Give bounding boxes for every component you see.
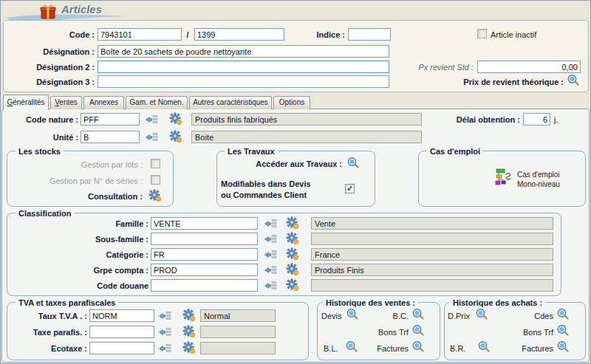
ventes-factures-label: Factures [374,344,409,354]
indice-input[interactable] [348,28,391,41]
ecotaxe-select-list-icon[interactable] [159,343,171,354]
designation2-input[interactable] [98,61,389,73]
code-nature-label: Code nature : [8,115,78,125]
delai-obtention-input[interactable] [523,113,550,126]
ecotaxe-input[interactable] [89,342,154,354]
devis-magnifier-icon[interactable] [346,308,359,321]
br-magnifier-icon[interactable] [477,340,491,354]
gift-icon [39,3,57,19]
cas-emploi-caption-line2: Mono-niveau [517,180,560,189]
px-revient-std-input[interactable] [477,61,581,73]
cdes-label: Cdes [530,312,553,321]
code-douane-input[interactable] [151,279,258,292]
historique-ventes-title: Historique des ventes : [323,298,418,307]
designation3-input[interactable] [98,75,389,88]
tab-gam-et-nomen-label: Gam. et Nomen. [129,98,183,106]
dprix-magnifier-icon[interactable] [475,308,488,321]
ecotaxe-gear-icon[interactable] [182,341,196,354]
tab-options[interactable]: Options [273,96,310,109]
categorie-input[interactable] [151,248,258,261]
tab-gam-et-nomen[interactable]: Gam. et Nomen. [126,96,188,109]
tab-ventes[interactable]: Ventes [50,96,82,109]
sous-famille-select-list-icon[interactable] [264,234,277,244]
tab-autres-caracteristiques[interactable]: Autres caractéristiques [189,96,272,109]
categorie-label: Catégorie : [45,250,148,260]
articles-window: Articles Code : / Indice : Article inact… [0,0,591,364]
tab-annexes-label: Annexes [89,98,118,106]
historique-achats-title: Historique des achats : [450,298,545,307]
achats-factures-label: Factures [519,344,553,354]
famille-input[interactable] [151,217,258,230]
code-douane-select-list-icon[interactable] [264,281,277,291]
dprix-label: D.Prix [448,312,470,321]
unite-gear-icon[interactable] [169,130,182,143]
famille-gear-icon[interactable] [286,216,299,230]
code-index-input[interactable] [194,28,284,41]
travaux-group-title: Les Travaux [225,147,278,156]
unite-input[interactable] [81,131,140,143]
taxe-parafis-select-list-icon[interactable] [159,327,171,337]
code-input[interactable] [98,28,182,41]
modifiables-devis-checkbox[interactable] [345,184,355,193]
bl-magnifier-icon[interactable] [345,340,358,354]
taxe-parafis-input[interactable] [89,326,154,338]
taxe-parafis-description [200,326,276,338]
cdes-magnifier-icon[interactable] [556,308,570,321]
ventes-bons-trf-magnifier-icon[interactable] [411,324,425,337]
grpe-compta-select-list-icon[interactable] [264,265,277,275]
designation-input[interactable] [98,45,389,58]
code-nature-input[interactable] [81,113,140,126]
delai-obtention-unit: j. [554,115,558,125]
famille-label: Famille : [45,219,148,229]
tab-generalites-rest: énéralités [13,98,44,106]
taux-tva-gear-icon[interactable] [182,309,196,322]
achats-factures-magnifier-icon[interactable] [556,340,570,354]
designation3-label: Désignation 3 : [16,78,95,87]
bc-magnifier-icon[interactable] [411,308,425,321]
article-inactif-label: Article inactif [491,30,536,40]
achats-bons-trf-magnifier-icon[interactable] [556,324,570,337]
px-revient-std-label: Px revient Std : [400,63,474,72]
code-separator: / [184,30,191,40]
bc-label: B.C. [378,312,409,321]
cas-emploi-hierarchy-icon[interactable] [494,168,513,187]
code-nature-select-list-icon[interactable] [146,114,158,125]
cas-emploi-caption-line1: Cas d'emploi [517,171,560,179]
bl-label: B.L. [324,344,338,354]
taux-tva-input[interactable] [89,309,154,322]
page-title: Articles [61,3,102,16]
prix-theorique-magnifier-icon[interactable] [567,74,580,87]
sous-famille-input[interactable] [151,233,258,245]
grpe-compta-input[interactable] [151,264,258,276]
tab-annexes[interactable]: Annexes [83,96,124,109]
ecotaxe-description [200,342,276,354]
consultation-label: Consultation : [69,192,143,202]
categorie-select-list-icon[interactable] [264,250,277,260]
acceder-travaux-magnifier-icon[interactable] [346,157,360,170]
acceder-travaux-label: Accéder aux Travaux : [245,159,342,169]
sous-famille-label: Sous-famille : [45,235,148,244]
consultation-gear-icon[interactable] [148,189,162,202]
unite-label: Unité : [8,133,78,142]
unite-select-list-icon[interactable] [146,132,158,142]
tva-group-title: TVA et taxes parafiscales [16,298,118,307]
unite-description: Boite [191,131,422,143]
code-nature-gear-icon[interactable] [169,112,182,126]
prix-theorique-label: Prix de revient théorique : [444,78,564,87]
tab-generalites[interactable]: Généralités [3,95,49,110]
code-douane-gear-icon[interactable] [286,278,299,292]
gestion-series-checkbox [151,175,160,185]
tab-autres-caracteristiques-label: Autres caractéristiques [193,98,268,106]
grpe-compta-gear-icon[interactable] [286,263,299,276]
ventes-factures-magnifier-icon[interactable] [411,340,425,354]
categorie-gear-icon[interactable] [286,247,299,261]
taxe-parafis-label: Taxe parafis. : [8,328,87,337]
article-inactif-checkbox[interactable] [477,29,487,38]
taux-tva-select-list-icon[interactable] [159,311,171,321]
grpe-compta-description: Produits Finis [311,264,553,276]
famille-select-list-icon[interactable] [264,219,277,229]
taxe-parafis-gear-icon[interactable] [182,325,196,338]
sous-famille-gear-icon[interactable] [286,232,299,245]
designation2-label: Désignation 2 : [16,63,95,72]
grpe-compta-label: Grpe compta : [45,266,148,275]
